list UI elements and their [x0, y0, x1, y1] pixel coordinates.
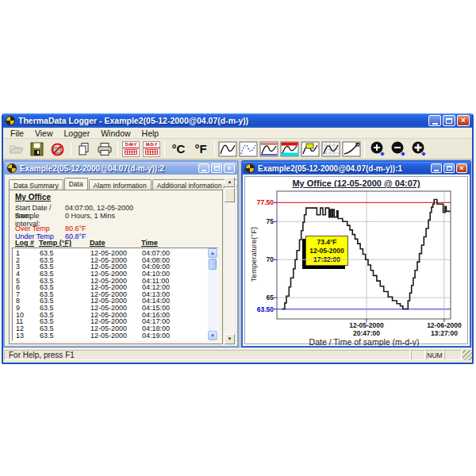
y-tick-label: 63.50: [247, 305, 274, 313]
scrollbar-thumb[interactable]: [225, 188, 235, 202]
log-list[interactable]: 163.512-05-200004:07:00263.512-05-200004…: [12, 248, 218, 341]
tab-alarm-information[interactable]: Alarm Information: [89, 179, 152, 190]
scroll-up-icon[interactable]: ▲: [225, 177, 235, 187]
data-window-title: Example2(05-12-2000@04.07(d-m-y)):2: [20, 164, 197, 173]
print-icon[interactable]: [94, 140, 115, 159]
toolbar-separator: [214, 141, 215, 157]
table-row[interactable]: 1463.512-05-200004:20:00: [16, 339, 206, 340]
data-window-titlebar[interactable]: Example2(05-12-2000@04.07(d-m-y)):2 ×: [5, 162, 237, 175]
menu-file[interactable]: File: [5, 129, 29, 138]
data-tab-page: My Office Start Date / time: 04:07:00, 1…: [9, 190, 223, 344]
y-tick-label: 70: [247, 255, 274, 263]
minimize-button[interactable]: [431, 163, 442, 173]
window-scrollbar[interactable]: ▲ ▼: [225, 177, 235, 344]
x-axis-label: Date / Time of sample (m-d-y): [261, 337, 467, 347]
scroll-down-icon[interactable]: ▼: [208, 331, 217, 340]
location-heading: My Office: [15, 193, 51, 202]
minimize-button[interactable]: [198, 163, 209, 173]
date-format-mdy-icon[interactable]: M-D-Y: [141, 140, 162, 159]
close-button[interactable]: ×: [457, 115, 470, 126]
zoom-reset-icon[interactable]: [409, 140, 429, 159]
graph-annotation-icon[interactable]: [300, 140, 321, 159]
y-tick-label: 65: [247, 294, 274, 301]
temperature-plot[interactable]: [272, 190, 457, 326]
scroll-down-icon[interactable]: ▼: [225, 334, 235, 344]
y-tick-label: 75: [247, 217, 274, 225]
graph-grid-icon[interactable]: [321, 140, 341, 159]
graph-line-icon[interactable]: [217, 140, 238, 159]
chart-window-title: Example2(05-12-2000@04.07(d-m-y)):1: [258, 164, 429, 173]
maximize-button[interactable]: [211, 163, 222, 173]
graph-scale-icon[interactable]: [341, 140, 362, 159]
x-tick-label: 12-06-200013:27:00: [419, 322, 470, 337]
mdi-workspace: Example2(05-12-2000@04.07(d-m-y)):2 × Da…: [3, 159, 472, 348]
list-scrollbar[interactable]: ▲ ▼: [208, 248, 217, 340]
graph-alarm-limits-icon[interactable]: [259, 140, 279, 159]
status-message: For Help, press F1: [4, 350, 410, 360]
menubar: File View Logger Window Help: [3, 128, 472, 139]
status-bar: For Help, press F1 NUM: [3, 348, 472, 361]
zoom-in-icon[interactable]: [367, 140, 388, 159]
app-logo-icon: [6, 116, 15, 125]
data-window: Example2(05-12-2000@04.07(d-m-y)):2 × Da…: [3, 160, 239, 347]
log-table-header: Log # Temp (°F) Date Time: [15, 239, 189, 247]
toolbar-separator: [364, 141, 365, 157]
celsius-icon[interactable]: °C: [167, 140, 190, 159]
tabstrip: Data Summary Data Alarm Information Addi…: [9, 178, 239, 190]
maximize-button[interactable]: [443, 115, 455, 126]
resize-grip[interactable]: [463, 350, 472, 360]
log-rows: 163.512-05-200004:07:00263.512-05-200004…: [16, 250, 206, 340]
chart-window: Example2(05-12-2000@04.07(d-m-y)):1 × My…: [241, 160, 471, 347]
zoom-out-icon[interactable]: [388, 140, 409, 159]
toolbar-separator: [164, 141, 165, 157]
close-button[interactable]: ×: [224, 163, 235, 173]
main-window-title: ThermaData Logger - Example2(05-12-2000@…: [18, 116, 427, 125]
status-pane: [444, 350, 462, 360]
toolbar-separator: [71, 141, 71, 157]
close-button[interactable]: ×: [456, 163, 467, 173]
maximize-button[interactable]: [443, 163, 455, 173]
document-icon: [245, 163, 255, 173]
chart-panel[interactable]: My Office (12-05-2000 @ 04:07) Temperatu…: [244, 176, 468, 344]
toolbar-separator: [117, 141, 118, 157]
data-window-body: Data Summary Data Alarm Information Addi…: [6, 176, 236, 346]
scrollbar-thumb[interactable]: [209, 259, 217, 270]
menu-view[interactable]: View: [29, 129, 59, 138]
desktop: ThermaData Logger - Example2(05-12-2000@…: [0, 0, 476, 476]
tab-data[interactable]: Data: [64, 178, 88, 190]
graph-alarm-bands-icon[interactable]: [279, 140, 300, 159]
status-pane: [411, 350, 425, 360]
y-tick-label: 77.50: [247, 198, 274, 206]
fahrenheit-icon[interactable]: °F: [190, 140, 212, 159]
menu-window[interactable]: Window: [95, 129, 136, 138]
stop-download-icon[interactable]: [48, 140, 68, 159]
main-titlebar[interactable]: ThermaData Logger - Example2(05-12-2000@…: [3, 113, 472, 128]
main-window: ThermaData Logger - Example2(05-12-2000@…: [2, 113, 474, 364]
menu-help[interactable]: Help: [136, 129, 165, 138]
over-temp-field: Over Temp 80.6°F: [15, 225, 64, 232]
chart-window-titlebar[interactable]: Example2(05-12-2000@04.07(d-m-y)):1 ×: [243, 162, 470, 175]
document-icon: [7, 163, 17, 173]
copy-icon[interactable]: [74, 140, 94, 159]
save-icon[interactable]: [27, 140, 48, 159]
chart-title: My Office (12-05-2000 @ 04:07): [245, 178, 467, 188]
tab-data-summary[interactable]: Data Summary: [9, 179, 63, 190]
open-file-icon[interactable]: [6, 140, 27, 159]
date-format-dmy-icon[interactable]: D-M-Y: [121, 140, 141, 159]
toolbar: D-M-Y M-D-Y °C °F: [3, 139, 472, 159]
num-lock-indicator: NUM: [426, 350, 443, 360]
graph-points-icon[interactable]: [238, 140, 259, 159]
x-tick-label: 12-05-200020:47:00: [341, 322, 392, 337]
minimize-button[interactable]: [428, 115, 441, 126]
menu-logger[interactable]: Logger: [59, 129, 96, 138]
scroll-up-icon[interactable]: ▲: [208, 248, 217, 258]
